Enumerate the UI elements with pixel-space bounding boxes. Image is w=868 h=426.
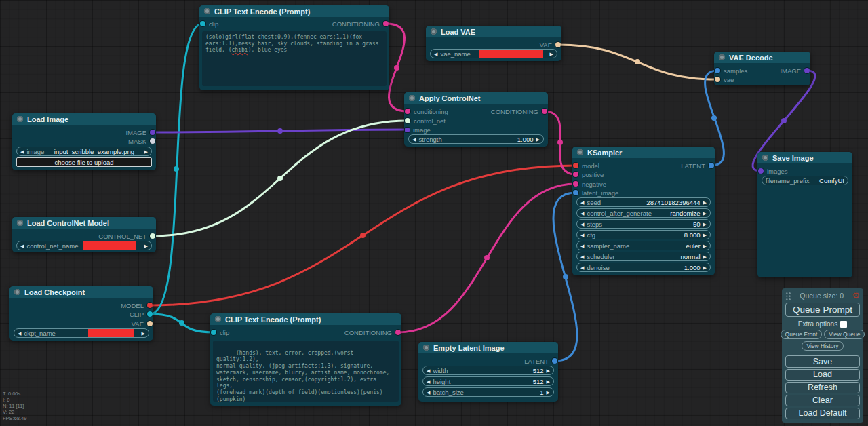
settings-gear-icon[interactable] — [852, 291, 860, 300]
vae-output-dot-icon[interactable] — [147, 321, 153, 326]
increment-arrow-icon[interactable] — [550, 52, 553, 56]
input-slot-images[interactable]: images — [758, 167, 788, 175]
batch-size-widget[interactable]: batch_size 1 — [422, 387, 554, 397]
input-slot-negative[interactable]: negative — [573, 180, 606, 188]
input-slot-latent-image[interactable]: latent_image — [573, 189, 618, 197]
link-midpoint-dot[interactable] — [174, 166, 179, 172]
image-input-dot-icon[interactable] — [758, 168, 764, 174]
link-midpoint-dot[interactable] — [394, 65, 399, 71]
decrement-arrow-icon[interactable] — [580, 222, 584, 227]
node-vae-decode[interactable]: VAE Decode samples vae IMAGE — [714, 52, 810, 85]
decrement-arrow-icon[interactable] — [580, 233, 584, 237]
output-slot-mask[interactable]: MASK — [128, 137, 155, 145]
decrement-arrow-icon[interactable] — [20, 244, 24, 248]
collapse-dot-icon[interactable] — [409, 95, 415, 101]
collapse-dot-icon[interactable] — [204, 8, 210, 14]
collapse-dot-icon[interactable] — [577, 149, 583, 155]
clip-output-dot-icon[interactable] — [147, 311, 153, 317]
output-slot-image[interactable]: IMAGE — [125, 128, 155, 136]
node-titlebar[interactable]: Save Image — [757, 152, 852, 163]
link-midpoint-dot[interactable] — [711, 115, 717, 121]
ckpt-name-widget[interactable]: ckpt_name — [14, 328, 149, 338]
conditioning-output-dot-icon[interactable] — [395, 330, 401, 335]
increment-arrow-icon[interactable] — [142, 331, 145, 336]
node-apply-controlnet[interactable]: Apply ControlNet conditioning control_ne… — [404, 92, 548, 147]
image-file-widget[interactable]: image input_scribble_example.png — [16, 147, 152, 156]
link-midpoint-dot[interactable] — [635, 59, 640, 64]
refresh-button[interactable]: Refresh — [785, 382, 860, 393]
node-save-image[interactable]: Save Image images filename_prefix ComfyU… — [757, 152, 852, 277]
increment-arrow-icon[interactable] — [703, 200, 707, 205]
seed-widget[interactable]: seed 287410182396444 — [576, 197, 711, 207]
input-slot-conditioning[interactable]: conditioning — [405, 107, 448, 115]
decrement-arrow-icon[interactable] — [580, 265, 584, 270]
denoise-widget[interactable]: denoise 1.000 — [576, 263, 711, 272]
image-output-dot-icon[interactable] — [150, 130, 155, 135]
increment-arrow-icon[interactable] — [703, 233, 707, 237]
save-button[interactable]: Save — [785, 355, 860, 367]
node-clip-text-encode-positive[interactable]: CLIP Text Encode (Prompt) clip CONDITION… — [199, 5, 389, 90]
filename-prefix-widget[interactable]: filename_prefix ComfyUI — [762, 176, 848, 185]
output-slot-clip[interactable]: CLIP — [130, 310, 153, 318]
output-slot-latent[interactable]: LATENT — [681, 161, 714, 170]
clear-button[interactable]: Clear — [785, 395, 860, 406]
queue-prompt-button[interactable]: Queue Prompt — [785, 303, 860, 317]
node-empty-latent-image[interactable]: Empty Latent Image LATENT width 512 heig… — [418, 342, 558, 402]
drag-handle-icon[interactable] — [785, 292, 791, 300]
image-input-dot-icon[interactable] — [405, 128, 410, 132]
link-midpoint-dot[interactable] — [563, 274, 568, 279]
collapse-dot-icon[interactable] — [17, 116, 23, 122]
input-slot-positive[interactable]: positive — [573, 170, 604, 178]
node-clip-text-encode-negative[interactable]: CLIP Text Encode (Prompt) clip CONDITION… — [210, 313, 401, 406]
node-titlebar[interactable]: Load Checkpoint — [9, 286, 153, 298]
conditioning-input-dot-icon[interactable] — [405, 109, 410, 114]
conditioning-output-dot-icon[interactable] — [383, 21, 389, 26]
node-titlebar[interactable]: CLIP Text Encode (Prompt) — [199, 5, 389, 17]
node-titlebar[interactable]: Load Image — [12, 113, 156, 125]
decrement-arrow-icon[interactable] — [580, 211, 584, 216]
conditioning-output-dot-icon[interactable] — [542, 109, 547, 114]
decrement-arrow-icon[interactable] — [412, 137, 416, 142]
increment-arrow-icon[interactable] — [547, 390, 550, 395]
positive-prompt-textarea[interactable]: (solo)girl(flat chest:0.9),(fennec ears:… — [202, 31, 387, 86]
clip-input-dot-icon[interactable] — [211, 330, 216, 335]
link-midpoint-dot[interactable] — [179, 320, 184, 326]
collapse-dot-icon[interactable] — [719, 54, 725, 60]
latent-output-dot-icon[interactable] — [709, 163, 714, 168]
output-slot-conditioning[interactable]: CONDITIONING — [344, 328, 401, 336]
collapse-dot-icon[interactable] — [762, 155, 768, 161]
link-midpoint-dot[interactable] — [484, 255, 490, 260]
node-titlebar[interactable]: Empty Latent Image — [418, 342, 558, 353]
node-load-vae[interactable]: Load VAE VAE vae_name — [426, 26, 561, 61]
increment-arrow-icon[interactable] — [703, 211, 707, 216]
control-net-name-widget[interactable]: control_net_name — [16, 241, 152, 250]
decrement-arrow-icon[interactable] — [580, 200, 584, 205]
input-slot-image[interactable]: image — [405, 125, 431, 134]
load-button[interactable]: Load — [785, 369, 860, 381]
link-midpoint-dot[interactable] — [557, 140, 563, 145]
input-slot-model[interactable]: model — [573, 161, 599, 170]
image-output-dot-icon[interactable] — [804, 68, 810, 73]
conditioning-input-dot-icon[interactable] — [573, 181, 578, 187]
output-slot-image[interactable]: IMAGE — [780, 66, 810, 75]
mask-output-dot-icon[interactable] — [150, 138, 155, 144]
extra-options-checkbox[interactable] — [840, 321, 847, 328]
increment-arrow-icon[interactable] — [703, 265, 707, 270]
height-widget[interactable]: height 512 — [422, 376, 554, 386]
control-net-input-dot-icon[interactable] — [405, 118, 410, 123]
scheduler-widget[interactable]: scheduler normal — [576, 252, 711, 261]
negative-prompt-textarea[interactable]: (hands), text, error, cropped,(worst qua… — [213, 341, 399, 402]
queue-front-button[interactable]: Queue Front — [781, 330, 823, 339]
increment-arrow-icon[interactable] — [547, 368, 550, 373]
latent-input-dot-icon[interactable] — [715, 68, 720, 73]
input-slot-clip[interactable]: clip — [211, 328, 229, 336]
output-slot-vae[interactable]: VAE — [540, 41, 561, 49]
latent-output-dot-icon[interactable] — [552, 358, 557, 364]
collapse-dot-icon[interactable] — [423, 345, 429, 351]
node-load-image[interactable]: Load Image IMAGE MASK image input_scribb… — [12, 113, 156, 170]
vae-input-dot-icon[interactable] — [715, 77, 720, 82]
decrement-arrow-icon[interactable] — [20, 149, 24, 154]
node-load-checkpoint[interactable]: Load Checkpoint MODEL CLIP VAE ckpt_name — [9, 286, 153, 341]
control-net-output-dot-icon[interactable] — [150, 233, 155, 239]
queue-menu-panel[interactable]: Queue size: 0 Queue Prompt Extra options… — [782, 288, 863, 423]
